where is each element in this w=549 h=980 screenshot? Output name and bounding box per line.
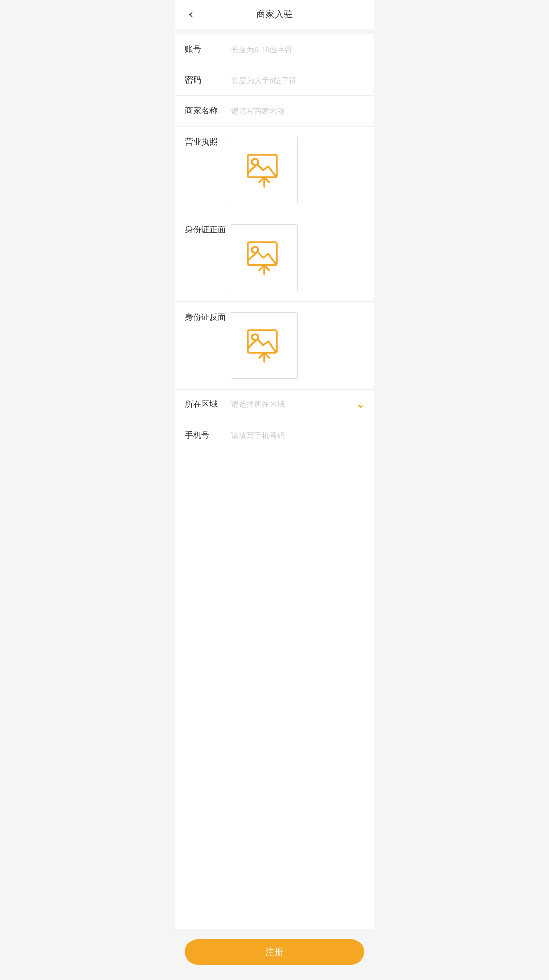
region-value: 请选择所在区域 [231, 400, 356, 410]
password-row: 密码 [175, 65, 374, 96]
phone-input[interactable] [231, 431, 364, 440]
password-input[interactable] [231, 76, 364, 85]
chevron-down-icon: ⌄ [356, 399, 364, 411]
account-label: 账号 [185, 44, 231, 55]
phone-label: 手机号 [185, 430, 231, 441]
id-front-upload[interactable] [231, 224, 298, 291]
page-header: ‹ 商家入驻 [175, 0, 374, 29]
upload-image-icon-3 [244, 325, 285, 366]
upload-image-icon-2 [244, 237, 285, 278]
id-back-row: 身份证反面 [175, 302, 374, 390]
upload-image-icon [244, 150, 285, 191]
merchant-name-row: 商家名称 [175, 96, 374, 127]
id-front-label: 身份证正面 [185, 224, 231, 235]
svg-rect-3 [248, 242, 277, 265]
business-license-label: 营业执照 [185, 137, 231, 148]
register-button[interactable]: 注册 [185, 939, 364, 965]
merchant-name-label: 商家名称 [185, 106, 231, 116]
svg-rect-0 [248, 155, 277, 177]
top-divider [175, 29, 374, 34]
id-back-label: 身份证反面 [185, 312, 231, 323]
footer-area: 注册 [175, 929, 374, 980]
page-title: 商家入驻 [256, 8, 293, 21]
svg-rect-6 [248, 330, 277, 353]
phone-row: 手机号 [175, 420, 374, 451]
account-input[interactable] [231, 45, 364, 54]
password-label: 密码 [185, 75, 231, 86]
form-container: 账号 密码 商家名称 营业执照 身份证正面 [175, 34, 374, 929]
id-back-upload[interactable] [231, 312, 298, 379]
account-row: 账号 [175, 34, 374, 65]
back-button[interactable]: ‹ [185, 6, 197, 23]
id-front-row: 身份证正面 [175, 214, 374, 302]
business-license-row: 营业执照 [175, 127, 374, 214]
region-label: 所在区域 [185, 399, 231, 410]
region-row[interactable]: 所在区域 请选择所在区域 ⌄ [175, 390, 374, 420]
merchant-name-input[interactable] [231, 107, 364, 115]
business-license-upload[interactable] [231, 137, 298, 203]
